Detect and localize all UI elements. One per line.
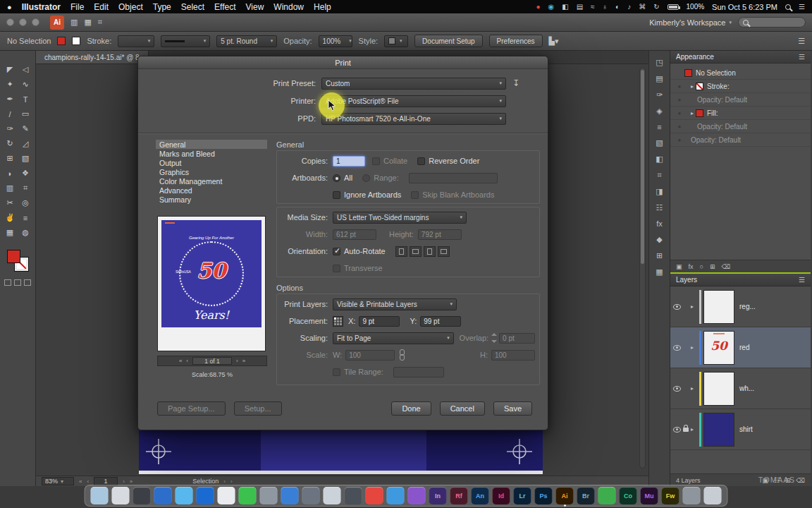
dock-app-gray3[interactable] (683, 487, 701, 504)
menu-select[interactable]: Select (181, 2, 204, 12)
pencil-tool[interactable]: ✎ (18, 121, 33, 136)
expand-triangle-icon[interactable]: ▸ (691, 303, 699, 310)
dock-reflow[interactable]: Rf (450, 487, 468, 504)
wifi-status-icon[interactable]: ◐ (615, 4, 620, 11)
scaling-select[interactable]: Fit to Page ▾ (333, 332, 454, 344)
page-setup-button[interactable]: Page Setup... (157, 401, 226, 416)
reverse-order-checkbox[interactable] (417, 157, 425, 165)
print-section-graphics[interactable]: Graphics (156, 167, 267, 176)
dock-trash[interactable] (704, 487, 722, 504)
next-page-icon[interactable]: › (236, 358, 238, 364)
record-status-icon[interactable]: ● (536, 4, 540, 11)
y-input[interactable]: 99 pt (420, 316, 461, 327)
drive-status-icon[interactable]: ◉ (548, 4, 554, 11)
zoom-tool[interactable]: ◎ (18, 195, 33, 210)
width-input[interactable]: 612 pt (333, 229, 376, 240)
pen-tool[interactable]: ✒ (2, 92, 18, 107)
first-artboard-icon[interactable]: « (79, 478, 82, 485)
swatch-tool[interactable]: ▦ (2, 225, 18, 240)
document-tab[interactable]: champions-rally-14-15.ai* @ 8 (36, 51, 149, 64)
range-radio[interactable] (362, 174, 370, 182)
fill-proxy-swatch[interactable] (7, 250, 20, 263)
scrollbar-thumb[interactable] (641, 70, 644, 264)
dock-app-dark2[interactable] (345, 487, 362, 504)
dock-bridge[interactable]: Br (577, 487, 595, 504)
brush-definition-select[interactable]: 5 pt. Round ▾ (216, 35, 277, 47)
app-menu-title[interactable]: Illustrator (22, 2, 61, 12)
print-layers-select[interactable]: Visible & Printable Layers ▾ (333, 298, 457, 310)
status-menu-icon-2[interactable]: › (230, 478, 233, 485)
visibility-eye-icon[interactable] (673, 427, 681, 433)
print-section-color-management[interactable]: Color Management (156, 176, 267, 186)
align-panel-icon[interactable]: ⌗ (657, 171, 661, 180)
height-input[interactable]: 792 pt (418, 229, 462, 240)
dock-app-green[interactable] (598, 487, 616, 504)
print-preset-select[interactable]: Custom ▾ (321, 78, 506, 90)
menu-object[interactable]: Object (118, 2, 143, 12)
collate-checkbox[interactable] (372, 157, 380, 165)
appearance-row-2[interactable]: ●Opacity: Default (670, 93, 811, 107)
dock-app-gray2[interactable] (302, 487, 320, 504)
panel-menu-icon[interactable]: ☰ (799, 276, 805, 284)
zoom-select[interactable]: 83% ▾ (42, 477, 74, 485)
dock-messages[interactable] (239, 487, 257, 504)
duplicate-item-icon[interactable]: ⊞ (710, 263, 715, 270)
dock-app-blue[interactable] (154, 487, 172, 504)
libraries-panel-icon[interactable]: ☷ (656, 203, 663, 212)
blend-tool[interactable]: ❖ (18, 166, 33, 181)
scissors-tool[interactable]: ✂ (2, 195, 18, 210)
stroke-swatch[interactable] (72, 37, 80, 45)
prev-artboard-icon[interactable]: ‹ (87, 478, 89, 485)
opacity-select[interactable]: 100% ▾ (319, 35, 352, 47)
prev-page-icon[interactable]: ‹ (186, 358, 188, 364)
align-options-icon[interactable]: ▙▾ (549, 37, 559, 46)
symbols-panel-icon[interactable]: ◈ (656, 107, 662, 116)
pathfinder-panel-icon[interactable]: ◨ (656, 187, 663, 196)
x-input[interactable]: 9 pt (359, 316, 400, 327)
menu-clock[interactable]: Sun Oct 5 6:23 PM (712, 3, 777, 11)
arrange-documents-icon[interactable]: ▦ (84, 18, 91, 27)
swatches-panel-icon[interactable]: ▤ (656, 74, 663, 83)
dock-app-gray[interactable] (112, 487, 130, 504)
sync-status-icon[interactable]: ≈ (591, 4, 595, 11)
scale-h-input[interactable]: 100 (491, 350, 535, 361)
dock-indesign[interactable]: Id (493, 487, 510, 504)
selection-tool[interactable]: ◤ (2, 62, 18, 77)
document-setup-button[interactable]: Document Setup (414, 35, 483, 47)
appearance-row-4[interactable]: ●Opacity: Default (670, 120, 811, 133)
draw-inside-icon[interactable] (24, 279, 31, 286)
printer-select[interactable]: Adobe PostScript® File ▾ (321, 95, 506, 107)
lock-slot[interactable] (681, 428, 691, 432)
dock-app-blue2[interactable] (281, 487, 299, 504)
scale-w-input[interactable]: 100 (345, 350, 395, 361)
orientation-portrait-down-button[interactable] (424, 246, 436, 257)
first-page-icon[interactable]: « (179, 358, 182, 364)
apple-menu-icon[interactable]: ● (7, 3, 12, 11)
save-button[interactable]: Save (493, 401, 532, 416)
artboard-tool[interactable]: ≡ (18, 210, 33, 225)
display-status-icon[interactable]: ◧ (562, 4, 568, 11)
layer-name[interactable]: reg... (739, 303, 756, 310)
print-section-marks-and-bleed[interactable]: Marks and Bleed (156, 149, 267, 158)
width-tool[interactable]: ⊞ (2, 151, 18, 166)
done-button[interactable]: Done (391, 401, 431, 416)
magic-wand-tool[interactable]: ✦ (2, 77, 18, 92)
rotate-tool[interactable]: ↻ (2, 136, 18, 151)
print-section-output[interactable]: Output (156, 158, 267, 167)
auto-rotate-checkbox[interactable] (333, 248, 340, 255)
visibility-eye-icon[interactable] (673, 345, 681, 351)
transparency-panel-icon[interactable]: ◧ (656, 155, 663, 164)
stroke-weight-select[interactable]: ▾ (118, 35, 154, 47)
visibility-eye-icon[interactable] (673, 386, 681, 392)
keyboard-status-icon[interactable]: ⌘ (639, 4, 646, 11)
menu-type[interactable]: Type (153, 2, 171, 12)
visibility-eye-icon[interactable] (673, 304, 681, 310)
dock-mail[interactable] (197, 487, 214, 504)
expand-triangle-icon[interactable]: ▸ (691, 385, 699, 392)
line-tool[interactable]: / (2, 107, 18, 121)
timemachine-status-icon[interactable]: ↻ (653, 4, 659, 11)
skip-blank-checkbox[interactable] (411, 191, 419, 199)
layer-row-shirt[interactable]: ▸shirt (670, 409, 811, 450)
app-search-field[interactable] (738, 17, 806, 28)
disclosure-triangle-icon[interactable]: ▸ (691, 110, 694, 116)
